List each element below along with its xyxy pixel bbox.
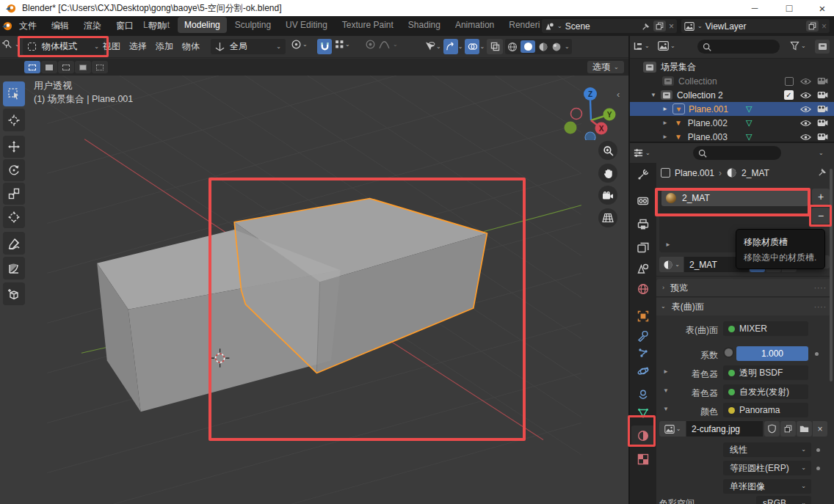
scene-name[interactable]: Scene [565, 21, 590, 32]
tab-layout[interactable]: Layout [137, 17, 176, 33]
expand-arrow-icon[interactable]: ▼ [650, 92, 656, 98]
select-mode-extend-button[interactable] [41, 61, 57, 73]
colorspace-dropdown[interactable]: sRGB ⌄ [756, 496, 811, 504]
menu-window[interactable]: 窗口 [112, 18, 138, 34]
tool-add-cube[interactable] [3, 282, 25, 305]
tool-annotate[interactable] [3, 232, 25, 255]
xray-toggle-button[interactable] [487, 39, 503, 54]
new-scene-button[interactable] [653, 21, 666, 32]
pin-icon[interactable] [642, 22, 650, 31]
tab-tool[interactable] [631, 164, 655, 185]
properties-scrollbar[interactable] [830, 169, 833, 381]
orthographic-toggle-button[interactable] [598, 208, 617, 227]
outliner-search-input[interactable] [697, 40, 780, 54]
menu-add[interactable]: 添加 [151, 38, 178, 55]
animate-decorator[interactable] [816, 448, 820, 452]
tab-material[interactable] [631, 426, 655, 446]
image-fake-user-button[interactable] [764, 421, 780, 437]
scene-collection-label[interactable]: 场景集合 [661, 61, 696, 73]
properties-search-input[interactable] [693, 146, 781, 160]
outliner-row-collection2[interactable]: ▼ Collection 2 ✓ [630, 88, 834, 102]
mode-dropdown[interactable]: 物体模式 ⌄ [23, 38, 104, 55]
animate-decorator[interactable] [815, 352, 819, 356]
color-value[interactable]: Panorama [723, 403, 808, 417]
tool-cursor[interactable] [3, 109, 25, 131]
navigation-gizmo[interactable]: Z Y X [564, 84, 618, 140]
breadcrumb-object[interactable]: Plane.001 [675, 168, 714, 178]
panel-drag-handle[interactable]: ···· [814, 284, 827, 292]
snap-settings-dropdown[interactable]: ⌄ [334, 39, 350, 50]
expand-arrow-icon[interactable]: ► [662, 106, 668, 112]
animate-decorator[interactable] [816, 467, 820, 470]
select-mode-intersect-button[interactable] [92, 61, 108, 73]
eye-icon[interactable] [800, 78, 811, 85]
tab-viewlayer[interactable] [631, 237, 655, 258]
eye-icon[interactable] [800, 92, 811, 99]
breadcrumb-material[interactable]: 2_MAT [741, 168, 769, 178]
slot-specials-arrow[interactable]: ► [665, 241, 671, 248]
tab-rendering[interactable]: Renderi [502, 17, 546, 33]
shading-chevron-icon[interactable]: ⌄ [565, 44, 570, 50]
interpolation-dropdown[interactable]: 线性 ⌄ [723, 442, 811, 457]
pivot-dropdown[interactable]: ⌄ [291, 39, 308, 50]
shading-material-icon[interactable] [538, 42, 548, 52]
menu-view[interactable]: 视图 [98, 38, 125, 55]
viewlayer-name[interactable]: ViewLayer [706, 21, 747, 32]
camera-icon[interactable] [817, 91, 828, 99]
panel-drag-handle[interactable]: ···· [814, 303, 827, 311]
menu-file[interactable]: 文件 [15, 18, 41, 34]
add-material-slot-button[interactable]: + [812, 189, 830, 205]
gizmos-dropdown[interactable]: ⌄ [443, 39, 463, 54]
menu-object[interactable]: 物体 [178, 38, 204, 55]
camera-icon[interactable] [817, 77, 828, 85]
mesh-data-icon[interactable]: ▽ [746, 104, 752, 114]
outliner-filter-id-type[interactable]: ⌄ [658, 41, 675, 51]
tab-texture-paint[interactable]: Texture Paint [336, 17, 400, 33]
visibility-dropdown[interactable]: ⌄ [424, 41, 441, 52]
exclude-checkbox[interactable] [785, 77, 794, 86]
factor-socket-icon[interactable] [723, 347, 734, 358]
tab-shading[interactable]: Shading [402, 17, 447, 33]
surface-node-value[interactable]: MIXER [723, 321, 808, 336]
eye-icon[interactable] [800, 120, 811, 127]
tool-transform[interactable] [3, 206, 25, 228]
remove-viewlayer-button[interactable]: × [822, 21, 827, 32]
options-dropdown[interactable]: 选项 ⌄ [587, 61, 624, 73]
camera-view-button[interactable] [598, 186, 617, 205]
shader2-value[interactable]: 自发光(发射) [723, 384, 808, 399]
mesh-data-icon[interactable]: ▽ [746, 118, 752, 128]
editor-type-selector[interactable]: ⌄ [2, 39, 20, 50]
select-mode-new-button[interactable] [24, 61, 40, 73]
menu-render[interactable]: 渲染 [79, 18, 106, 34]
shading-solid-button[interactable] [521, 40, 535, 53]
new-collection-button[interactable] [815, 40, 830, 54]
tab-modeling[interactable]: Modeling [178, 17, 227, 33]
tool-measure[interactable] [3, 257, 25, 280]
tab-uv-editing[interactable]: UV Editing [279, 17, 334, 33]
viewlayer-selector[interactable]: ⌄ ViewLayer × [681, 19, 830, 33]
shader1-value[interactable]: 透明 BSDF [723, 365, 808, 380]
camera-icon[interactable] [817, 133, 828, 141]
plane003-label[interactable]: Plane.003 [688, 132, 728, 142]
close-button[interactable]: × [808, 2, 834, 15]
camera-icon[interactable] [817, 119, 828, 127]
mesh-data-icon[interactable]: ▽ [746, 132, 752, 142]
tool-move[interactable] [3, 136, 25, 158]
outliner-filter-dropdown[interactable]: ⌄ [790, 41, 806, 51]
remove-material-slot-button[interactable]: − [812, 208, 830, 224]
eye-icon[interactable] [800, 134, 811, 141]
unlink-image-button[interactable]: × [813, 421, 827, 437]
unlink-scene-button[interactable]: × [669, 21, 674, 32]
pin-id-icon[interactable] [818, 167, 827, 177]
tab-world[interactable] [631, 279, 655, 299]
select-mode-subtract-button[interactable] [58, 61, 74, 73]
tool-scale[interactable] [3, 183, 25, 205]
minimize-button[interactable]: ─ [740, 3, 769, 13]
tab-object[interactable] [631, 306, 655, 326]
pan-button[interactable] [598, 164, 617, 183]
maximize-button[interactable]: □ [775, 2, 804, 14]
source-dropdown[interactable]: 单张图像 ⌄ [723, 479, 811, 494]
menu-edit[interactable]: 编辑 [47, 18, 73, 34]
new-viewlayer-button[interactable] [806, 21, 819, 32]
scene-selector[interactable]: ⌄ Scene × [542, 19, 677, 33]
